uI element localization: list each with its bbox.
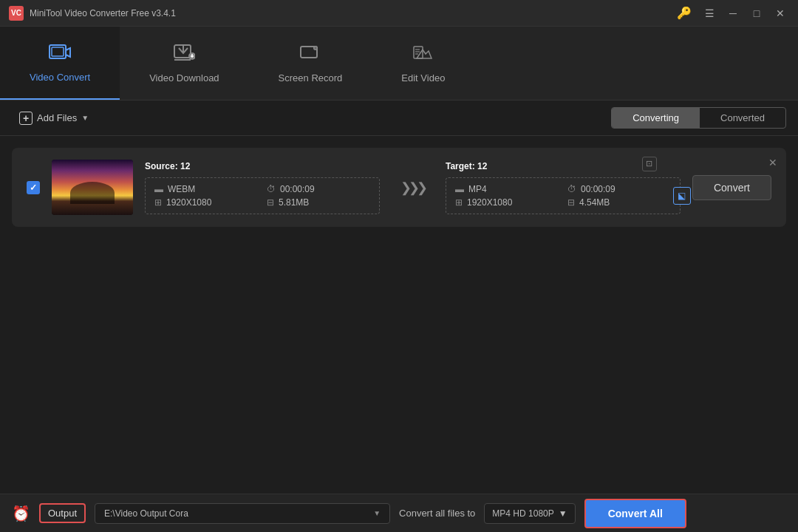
- maximize-button[interactable]: □: [748, 4, 765, 22]
- target-size-icon: ⊟: [567, 197, 575, 208]
- screen-record-icon: [299, 44, 321, 68]
- convert-button[interactable]: Convert: [692, 175, 771, 200]
- converting-tab[interactable]: Converting: [612, 108, 700, 128]
- source-format-row: ▬ WEBM: [154, 184, 258, 194]
- output-path-arrow: ▼: [373, 509, 381, 517]
- convert-all-files-label: Convert all files to: [399, 508, 475, 519]
- plus-icon: +: [19, 112, 33, 125]
- edit-video-icon: [412, 44, 434, 68]
- source-resolution-row: ⊞ 1920X1080: [154, 197, 258, 208]
- source-resolution: 1920X1080: [166, 197, 211, 208]
- nav-tabs: Video Convert Video Download Screen Reco…: [0, 27, 798, 100]
- toolbar: + Add Files ▼ Converting Converted: [0, 100, 798, 136]
- bottombar: ⏰ Output E:\Video Output Cora ▼ Convert …: [0, 494, 798, 532]
- tab-edit-video[interactable]: Edit Video: [372, 27, 474, 100]
- source-duration-row: ⏱ 00:00:09: [267, 184, 370, 194]
- format-selector[interactable]: MP4 HD 1080P ▼: [484, 503, 575, 524]
- tab-screen-record[interactable]: Screen Record: [249, 27, 372, 100]
- source-size-row: ⊟ 5.81MB: [267, 197, 370, 208]
- file-thumbnail: [52, 160, 133, 215]
- tab-video-download-label: Video Download: [149, 72, 219, 83]
- add-files-button[interactable]: + Add Files ▼: [12, 107, 96, 129]
- target-resolution: 1920X1080: [467, 197, 512, 208]
- converted-tab[interactable]: Converted: [700, 108, 785, 128]
- main-content: Source: 12 ▬ WEBM ⏱ 00:00:09 ⊞ 1920X1080…: [0, 136, 798, 494]
- svg-point-7: [314, 47, 316, 49]
- app-logo: VC: [9, 6, 24, 21]
- target-duration-icon: ⏱: [567, 184, 576, 194]
- tab-edit-video-label: Edit Video: [401, 72, 445, 83]
- tab-video-convert[interactable]: Video Convert: [0, 27, 120, 100]
- size-icon: ⊟: [267, 197, 274, 208]
- source-label: Source: 12: [145, 161, 380, 171]
- close-card-icon[interactable]: ✕: [768, 157, 777, 168]
- source-size: 5.81MB: [279, 197, 309, 208]
- window-controls: 🔑 ☰ ─ □ ✕: [677, 4, 789, 22]
- target-format: MP4: [468, 184, 487, 194]
- target-section: Target: 12 ⊡ ▬ MP4 ⏱ 00:00:09 ⊞ 1: [446, 161, 681, 214]
- video-download-icon: [173, 44, 195, 68]
- target-duration-row: ⏱ 00:00:09: [567, 184, 671, 194]
- key-icon[interactable]: 🔑: [677, 6, 692, 20]
- clock-icon: ⏰: [12, 505, 30, 522]
- convert-arrows: ❯❯❯: [392, 180, 434, 196]
- convert-all-button[interactable]: Convert All: [584, 499, 686, 528]
- target-size: 4.54MB: [579, 197, 610, 208]
- target-edit-icon[interactable]: ⊡: [642, 157, 657, 171]
- format-label: MP4 HD 1080P: [492, 508, 553, 519]
- svg-rect-1: [52, 47, 64, 56]
- minimize-button[interactable]: ─: [724, 4, 742, 22]
- file-checkbox[interactable]: [27, 181, 40, 194]
- source-format: WEBM: [168, 184, 195, 194]
- target-duration: 00:00:09: [581, 184, 615, 194]
- output-label[interactable]: Output: [39, 503, 86, 523]
- target-format-row: ▬ MP4: [455, 184, 559, 194]
- target-resize-icon[interactable]: ⬕: [673, 187, 691, 205]
- app-title: MiniTool Video Converter Free v3.4.1: [30, 8, 677, 18]
- dropdown-arrow-icon: ▼: [81, 114, 89, 122]
- tab-video-download[interactable]: Video Download: [120, 27, 248, 100]
- resolution-icon: ⊞: [154, 197, 162, 208]
- converting-tabs: Converting Converted: [611, 107, 786, 129]
- format-icon: ▬: [154, 184, 163, 194]
- source-duration: 00:00:09: [280, 184, 315, 194]
- output-path[interactable]: E:\Video Output Cora ▼: [95, 503, 390, 524]
- video-convert-icon: [49, 43, 71, 67]
- duration-icon: ⏱: [267, 184, 276, 194]
- thumbnail-image: [52, 160, 133, 215]
- target-format-icon: ▬: [455, 184, 464, 194]
- titlebar: VC MiniTool Video Converter Free v3.4.1 …: [0, 0, 798, 27]
- source-info-box: ▬ WEBM ⏱ 00:00:09 ⊞ 1920X1080 ⊟ 5.81MB: [145, 177, 380, 214]
- target-info-box: ▬ MP4 ⏱ 00:00:09 ⊞ 1920X1080 ⊟ 4.54MB: [446, 177, 681, 214]
- file-item: Source: 12 ▬ WEBM ⏱ 00:00:09 ⊞ 1920X1080…: [12, 148, 786, 227]
- add-files-label: Add Files: [37, 112, 77, 123]
- target-resolution-icon: ⊞: [455, 197, 463, 208]
- close-button[interactable]: ✕: [771, 4, 789, 22]
- format-dropdown-arrow: ▼: [559, 508, 567, 519]
- tab-screen-record-label: Screen Record: [279, 72, 343, 83]
- target-size-row: ⊟ 4.54MB: [567, 197, 671, 208]
- tab-video-convert-label: Video Convert: [30, 72, 90, 83]
- output-path-text: E:\Video Output Cora: [104, 508, 188, 519]
- source-section: Source: 12 ▬ WEBM ⏱ 00:00:09 ⊞ 1920X1080…: [145, 161, 380, 214]
- target-resolution-row: ⊞ 1920X1080: [455, 197, 559, 208]
- menu-button[interactable]: ☰: [700, 4, 718, 22]
